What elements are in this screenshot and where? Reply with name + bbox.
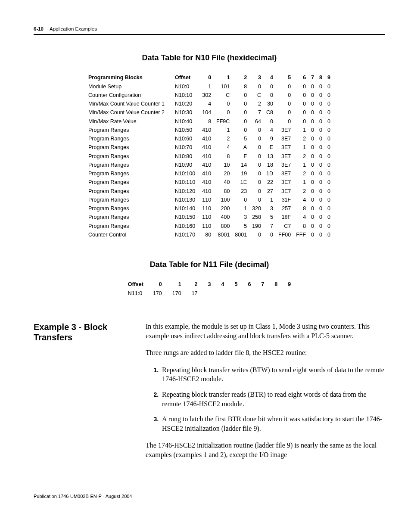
cell: FF9C xyxy=(214,117,232,126)
cell: 0 xyxy=(264,91,276,100)
table-row: Counter ControlN10:170808001800100FF00FF… xyxy=(86,230,333,239)
cell: A xyxy=(232,143,249,152)
row-offset: N10:80 xyxy=(172,152,199,161)
cell: 190 xyxy=(249,222,264,230)
row-label: Program Ranges xyxy=(86,169,172,178)
row-label: Program Ranges xyxy=(86,222,172,230)
col-5: 5 xyxy=(229,280,243,289)
cell: 0 xyxy=(325,178,333,187)
example-3-body: In this example, the module is set up in… xyxy=(146,322,385,467)
cell: 30 xyxy=(264,100,276,108)
cell: 0 xyxy=(249,187,264,196)
cell: 0 xyxy=(317,169,325,178)
col-1: 1 xyxy=(214,73,232,82)
cell: 0 xyxy=(249,126,264,134)
cell: 27 xyxy=(264,187,276,196)
row-offset: N10:40 xyxy=(172,117,199,126)
cell: E xyxy=(264,143,276,152)
example-para-3: The 1746-HSCE2 initialization routine (l… xyxy=(146,441,385,459)
row-label: Module Setup xyxy=(86,82,172,91)
cell: 101 xyxy=(214,82,232,91)
cell: 17 xyxy=(187,289,203,298)
cell: 0 xyxy=(317,230,325,239)
row-offset: N10:150 xyxy=(172,213,199,221)
cell: 410 xyxy=(199,161,214,169)
running-header: 6-10 Application Examples xyxy=(34,26,385,35)
col-5: 5 xyxy=(276,73,293,82)
cell xyxy=(203,289,216,298)
step-1: Repeating block transfer writes (BTW) to… xyxy=(160,365,385,384)
table-header-row: Programming Blocks Offset 0 1 2 3 4 5 6 … xyxy=(86,73,333,82)
cell: 0 xyxy=(308,91,317,100)
cell: 0 xyxy=(325,152,333,161)
example-para-2: Three rungs are added to ladder file 8, … xyxy=(146,348,385,358)
cell: 0 xyxy=(293,100,308,108)
cell: 0 xyxy=(325,204,333,213)
cell: 23 xyxy=(232,187,249,196)
row-label: Min/Max Count Value Counter 2 xyxy=(86,108,172,117)
cell: 0 xyxy=(308,213,317,221)
cell: 0 xyxy=(293,108,308,117)
cell: C7 xyxy=(276,222,293,230)
cell: 0 xyxy=(317,196,325,204)
cell: 0 xyxy=(325,91,333,100)
cell: 320 xyxy=(249,204,264,213)
cell: 0 xyxy=(308,204,317,213)
cell: 0 xyxy=(317,213,325,221)
cell: 1 xyxy=(199,82,214,91)
cell: 0 xyxy=(325,100,333,108)
col-offset: Offset xyxy=(172,73,199,82)
cell: 1D xyxy=(264,169,276,178)
cell: 110 xyxy=(199,213,214,221)
cell: 3E7 xyxy=(276,143,293,152)
cell: 0 xyxy=(308,126,317,134)
cell: 410 xyxy=(199,152,214,161)
row-offset: N10:170 xyxy=(172,230,199,239)
cell: 0 xyxy=(325,143,333,152)
cell: 0 xyxy=(325,108,333,117)
row-offset: N10:70 xyxy=(172,143,199,152)
row-label: Program Ranges xyxy=(86,152,172,161)
cell xyxy=(283,289,296,298)
cell: 0 xyxy=(293,82,308,91)
row-offset: N10:50 xyxy=(172,126,199,134)
table-n11-title: Data Table for N11 File (decimal) xyxy=(34,260,385,270)
cell: 3E7 xyxy=(276,169,293,178)
table-row: Program RangesN10:804108F0133E72000 xyxy=(86,152,333,161)
row-label: Program Ranges xyxy=(86,134,172,143)
cell: 4 xyxy=(293,213,308,221)
col-3: 3 xyxy=(249,73,264,82)
col-6: 6 xyxy=(293,73,308,82)
row-offset: N10:120 xyxy=(172,187,199,196)
cell: 3E7 xyxy=(276,152,293,161)
cell: 8001 xyxy=(214,230,232,239)
col-9: 9 xyxy=(283,280,296,289)
cell: 0 xyxy=(249,178,264,187)
col-7: 7 xyxy=(308,73,317,82)
col-9: 9 xyxy=(325,73,333,82)
cell: 410 xyxy=(199,126,214,134)
cell: 400 xyxy=(214,213,232,221)
row-offset: N10:140 xyxy=(172,204,199,213)
cell: 410 xyxy=(199,187,214,196)
cell: 0 xyxy=(317,204,325,213)
table-row: Program RangesN10:5041010043E71000 xyxy=(86,126,333,134)
row-offset: N10:60 xyxy=(172,134,199,143)
row-label: Program Ranges xyxy=(86,187,172,196)
cell: 170 xyxy=(148,289,167,298)
cell: 8001 xyxy=(232,230,249,239)
table-row: Program RangesN10:100410201901D3E72000 xyxy=(86,169,333,178)
cell: 410 xyxy=(199,178,214,187)
cell: 19 xyxy=(232,169,249,178)
cell: 0 xyxy=(264,82,276,91)
row-label: Counter Configuration xyxy=(86,91,172,100)
step-3: A rung to latch the first BTR done bit w… xyxy=(160,414,385,433)
cell: 0 xyxy=(276,117,293,126)
cell: 0 xyxy=(317,82,325,91)
cell: 1 xyxy=(293,178,308,187)
cell: 20 xyxy=(214,169,232,178)
cell: 0 xyxy=(276,91,293,100)
table-n11: Offset 0 1 2 3 4 5 6 7 8 9 N11:017017017 xyxy=(123,280,296,298)
col-programming-blocks: Programming Blocks xyxy=(86,73,172,82)
section-title: Application Examples xyxy=(50,26,97,32)
